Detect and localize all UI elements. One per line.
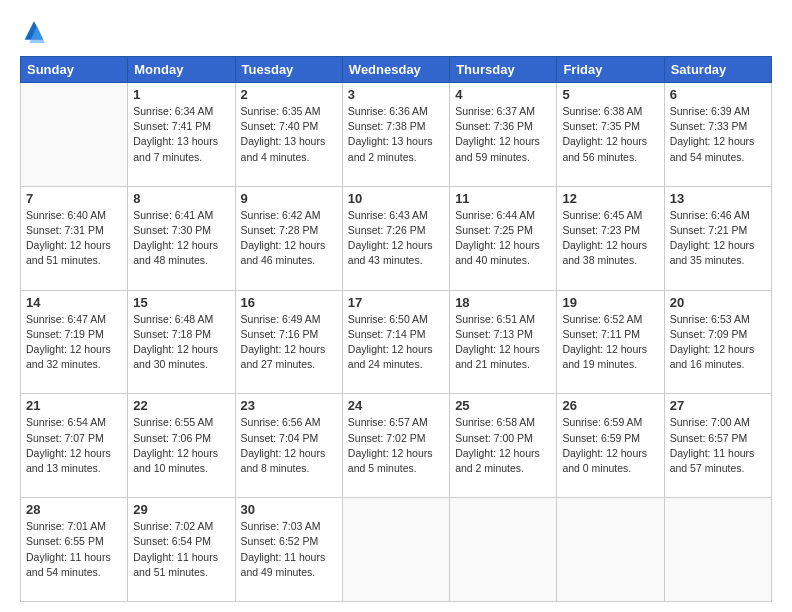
- day-info-line: Daylight: 12 hours: [133, 238, 229, 253]
- calendar-cell: 2Sunrise: 6:35 AMSunset: 7:40 PMDaylight…: [235, 83, 342, 187]
- day-info-line: Daylight: 12 hours: [455, 342, 551, 357]
- day-info: Sunrise: 6:46 AMSunset: 7:21 PMDaylight:…: [670, 208, 766, 269]
- day-info-line: Sunset: 6:57 PM: [670, 431, 766, 446]
- day-info: Sunrise: 7:00 AMSunset: 6:57 PMDaylight:…: [670, 415, 766, 476]
- calendar-week-row: 7Sunrise: 6:40 AMSunset: 7:31 PMDaylight…: [21, 186, 772, 290]
- calendar-cell: 19Sunrise: 6:52 AMSunset: 7:11 PMDayligh…: [557, 290, 664, 394]
- day-number: 26: [562, 398, 658, 413]
- calendar-cell: 27Sunrise: 7:00 AMSunset: 6:57 PMDayligh…: [664, 394, 771, 498]
- day-number: 6: [670, 87, 766, 102]
- calendar-cell: 4Sunrise: 6:37 AMSunset: 7:36 PMDaylight…: [450, 83, 557, 187]
- day-info-line: Daylight: 12 hours: [562, 134, 658, 149]
- calendar-cell: [450, 498, 557, 602]
- day-number: 28: [26, 502, 122, 517]
- day-info-line: and 56 minutes.: [562, 150, 658, 165]
- day-info-line: Sunset: 7:28 PM: [241, 223, 337, 238]
- day-number: 5: [562, 87, 658, 102]
- day-info-line: Sunrise: 6:54 AM: [26, 415, 122, 430]
- calendar-cell: 28Sunrise: 7:01 AMSunset: 6:55 PMDayligh…: [21, 498, 128, 602]
- calendar-week-row: 14Sunrise: 6:47 AMSunset: 7:19 PMDayligh…: [21, 290, 772, 394]
- day-info-line: Daylight: 12 hours: [241, 342, 337, 357]
- day-info-line: and 21 minutes.: [455, 357, 551, 372]
- day-info-line: Daylight: 12 hours: [562, 342, 658, 357]
- day-number: 27: [670, 398, 766, 413]
- day-info-line: Sunset: 7:36 PM: [455, 119, 551, 134]
- day-info-line: and 7 minutes.: [133, 150, 229, 165]
- day-info-line: Sunset: 7:33 PM: [670, 119, 766, 134]
- day-info-line: and 2 minutes.: [348, 150, 444, 165]
- calendar-cell: 16Sunrise: 6:49 AMSunset: 7:16 PMDayligh…: [235, 290, 342, 394]
- day-info: Sunrise: 6:48 AMSunset: 7:18 PMDaylight:…: [133, 312, 229, 373]
- day-info-line: Daylight: 13 hours: [241, 134, 337, 149]
- day-info-line: and 35 minutes.: [670, 253, 766, 268]
- day-info-line: Daylight: 12 hours: [348, 446, 444, 461]
- day-info-line: Sunrise: 6:34 AM: [133, 104, 229, 119]
- day-number: 15: [133, 295, 229, 310]
- day-info: Sunrise: 6:49 AMSunset: 7:16 PMDaylight:…: [241, 312, 337, 373]
- day-info-line: Sunset: 6:52 PM: [241, 534, 337, 549]
- calendar-week-row: 1Sunrise: 6:34 AMSunset: 7:41 PMDaylight…: [21, 83, 772, 187]
- day-info-line: and 51 minutes.: [133, 565, 229, 580]
- day-info-line: Sunset: 7:16 PM: [241, 327, 337, 342]
- day-info-line: Sunset: 7:02 PM: [348, 431, 444, 446]
- day-number: 19: [562, 295, 658, 310]
- day-info-line: and 54 minutes.: [670, 150, 766, 165]
- calendar-cell: [664, 498, 771, 602]
- calendar-cell: 11Sunrise: 6:44 AMSunset: 7:25 PMDayligh…: [450, 186, 557, 290]
- day-info-line: Daylight: 13 hours: [348, 134, 444, 149]
- day-info-line: Sunset: 7:07 PM: [26, 431, 122, 446]
- day-info-line: Sunset: 7:14 PM: [348, 327, 444, 342]
- day-info-line: Sunrise: 6:57 AM: [348, 415, 444, 430]
- calendar-cell: 25Sunrise: 6:58 AMSunset: 7:00 PMDayligh…: [450, 394, 557, 498]
- day-info: Sunrise: 6:37 AMSunset: 7:36 PMDaylight:…: [455, 104, 551, 165]
- day-number: 3: [348, 87, 444, 102]
- day-info-line: and 40 minutes.: [455, 253, 551, 268]
- day-info-line: and 32 minutes.: [26, 357, 122, 372]
- day-info-line: Sunrise: 6:53 AM: [670, 312, 766, 327]
- day-info-line: Daylight: 12 hours: [670, 342, 766, 357]
- logo: [20, 18, 52, 46]
- day-info: Sunrise: 6:57 AMSunset: 7:02 PMDaylight:…: [348, 415, 444, 476]
- day-info-line: Sunset: 7:21 PM: [670, 223, 766, 238]
- day-number: 22: [133, 398, 229, 413]
- day-number: 2: [241, 87, 337, 102]
- day-info: Sunrise: 6:38 AMSunset: 7:35 PMDaylight:…: [562, 104, 658, 165]
- calendar-cell: 29Sunrise: 7:02 AMSunset: 6:54 PMDayligh…: [128, 498, 235, 602]
- day-info-line: Sunset: 7:30 PM: [133, 223, 229, 238]
- day-info-line: and 10 minutes.: [133, 461, 229, 476]
- day-number: 30: [241, 502, 337, 517]
- calendar-cell: 8Sunrise: 6:41 AMSunset: 7:30 PMDaylight…: [128, 186, 235, 290]
- day-info-line: Sunset: 7:26 PM: [348, 223, 444, 238]
- day-info-line: Sunset: 7:25 PM: [455, 223, 551, 238]
- calendar-cell: 5Sunrise: 6:38 AMSunset: 7:35 PMDaylight…: [557, 83, 664, 187]
- day-info-line: and 27 minutes.: [241, 357, 337, 372]
- day-info: Sunrise: 6:54 AMSunset: 7:07 PMDaylight:…: [26, 415, 122, 476]
- calendar-cell: 15Sunrise: 6:48 AMSunset: 7:18 PMDayligh…: [128, 290, 235, 394]
- day-info-line: Sunrise: 6:45 AM: [562, 208, 658, 223]
- day-info-line: and 0 minutes.: [562, 461, 658, 476]
- day-info-line: Sunrise: 6:49 AM: [241, 312, 337, 327]
- calendar-week-row: 21Sunrise: 6:54 AMSunset: 7:07 PMDayligh…: [21, 394, 772, 498]
- day-number: 29: [133, 502, 229, 517]
- day-info-line: Sunrise: 6:35 AM: [241, 104, 337, 119]
- day-number: 21: [26, 398, 122, 413]
- day-info-line: and 38 minutes.: [562, 253, 658, 268]
- day-info: Sunrise: 6:39 AMSunset: 7:33 PMDaylight:…: [670, 104, 766, 165]
- day-info-line: Sunrise: 6:50 AM: [348, 312, 444, 327]
- page: SundayMondayTuesdayWednesdayThursdayFrid…: [0, 0, 792, 612]
- day-info-line: and 49 minutes.: [241, 565, 337, 580]
- day-info: Sunrise: 6:40 AMSunset: 7:31 PMDaylight:…: [26, 208, 122, 269]
- day-info-line: Sunrise: 6:59 AM: [562, 415, 658, 430]
- day-info-line: Daylight: 11 hours: [670, 446, 766, 461]
- day-info: Sunrise: 6:51 AMSunset: 7:13 PMDaylight:…: [455, 312, 551, 373]
- day-info-line: Sunrise: 6:56 AM: [241, 415, 337, 430]
- day-number: 23: [241, 398, 337, 413]
- day-info-line: Sunrise: 7:00 AM: [670, 415, 766, 430]
- day-info-line: Sunrise: 6:40 AM: [26, 208, 122, 223]
- day-info: Sunrise: 6:59 AMSunset: 6:59 PMDaylight:…: [562, 415, 658, 476]
- day-info: Sunrise: 6:55 AMSunset: 7:06 PMDaylight:…: [133, 415, 229, 476]
- day-info: Sunrise: 6:42 AMSunset: 7:28 PMDaylight:…: [241, 208, 337, 269]
- day-info-line: Daylight: 11 hours: [241, 550, 337, 565]
- calendar-header-sunday: Sunday: [21, 57, 128, 83]
- day-info-line: Daylight: 12 hours: [670, 134, 766, 149]
